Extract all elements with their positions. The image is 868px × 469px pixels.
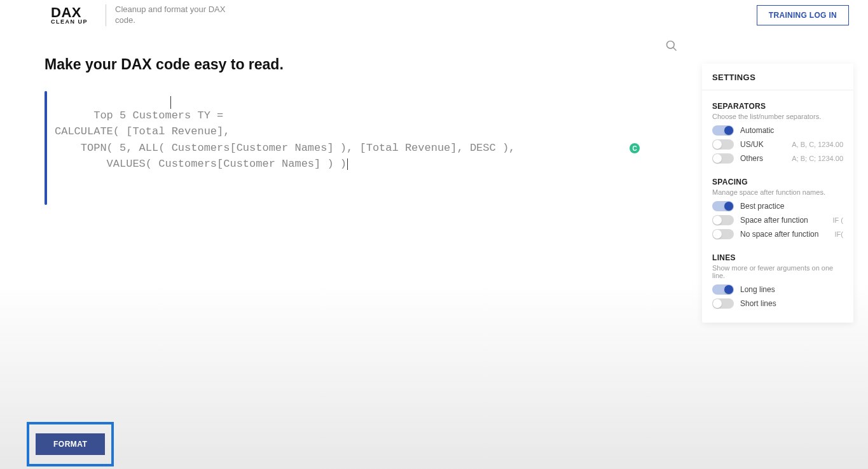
lines-title: LINES: [712, 253, 843, 262]
svg-line-1: [673, 48, 677, 51]
code-text: Top 5 Customers TY = CALCULATE( [Total R…: [55, 109, 515, 171]
toggle-hint: A; B; C; 1234.00: [792, 155, 843, 162]
toggle-long-lines[interactable]: [712, 284, 734, 295]
training-login-button[interactable]: TRAINING LOG IN: [757, 5, 849, 25]
spacing-subtitle: Manage space after function names.: [712, 188, 843, 196]
separator-option-usuk[interactable]: US/UK A, B, C, 1234.00: [712, 139, 843, 150]
toggle-hint: IF(: [835, 230, 843, 238]
spacing-option-no-space[interactable]: No space after function IF(: [712, 229, 843, 239]
toggle-automatic[interactable]: [712, 125, 734, 136]
lines-subtitle: Show more or fewer arguments on one line…: [712, 264, 843, 279]
separators-subtitle: Choose the list/number separators.: [712, 113, 843, 120]
toggle-space-after[interactable]: [712, 215, 734, 225]
text-caret-icon: [170, 96, 171, 109]
separators-title: SEPARATORS: [712, 102, 843, 111]
toggle-label: Space after function: [740, 216, 833, 225]
header: DAX CLEAN UP Cleanup and format your DAX…: [0, 0, 868, 31]
toggle-short-lines[interactable]: [712, 298, 734, 309]
toggle-hint: IF (: [833, 216, 844, 224]
settings-title: SETTINGS: [702, 64, 853, 90]
lines-option-long[interactable]: Long lines: [712, 284, 843, 295]
lines-option-short[interactable]: Short lines: [712, 298, 843, 309]
spacing-option-space-after[interactable]: Space after function IF (: [712, 215, 843, 225]
spacing-title: SPACING: [712, 178, 843, 186]
format-button-highlight: FORMAT: [27, 422, 114, 466]
code-editor[interactable]: Top 5 Customers TY = CALCULATE( [Total R…: [55, 91, 515, 205]
logo-text-sub: CLEAN UP: [51, 19, 88, 25]
toggle-label: Long lines: [740, 285, 843, 294]
settings-panel: SETTINGS SEPARATORS Choose the list/numb…: [702, 64, 853, 323]
toggle-usuk[interactable]: [712, 139, 734, 150]
toggle-label: Others: [740, 154, 792, 163]
separator-option-automatic[interactable]: Automatic: [712, 125, 843, 136]
logo[interactable]: DAX CLEAN UP: [51, 6, 88, 25]
tagline: Cleanup and format your DAX code.: [115, 4, 242, 26]
separator-option-others[interactable]: Others A; B; C; 1234.00: [712, 153, 843, 164]
status-ok-icon: C: [630, 143, 640, 153]
logo-text-main: DAX: [51, 6, 88, 20]
settings-body: SEPARATORS Choose the list/number separa…: [702, 90, 853, 323]
text-cursor-icon: [347, 158, 348, 170]
spacing-option-best[interactable]: Best practice: [712, 201, 843, 211]
toggle-others[interactable]: [712, 153, 734, 164]
format-button[interactable]: FORMAT: [36, 433, 105, 455]
search-icon[interactable]: [665, 39, 678, 52]
toggle-label: Automatic: [740, 126, 843, 135]
toggle-hint: A, B, C, 1234.00: [792, 141, 843, 148]
toggle-best-practice[interactable]: [712, 201, 734, 211]
main: Make your DAX code easy to read. Top 5 C…: [0, 31, 868, 205]
toggle-label: US/UK: [740, 140, 792, 149]
svg-point-0: [667, 41, 675, 49]
toggle-label: Short lines: [740, 299, 843, 308]
header-divider: [106, 4, 106, 26]
code-left-border: [45, 91, 47, 205]
toggle-label: No space after function: [740, 230, 835, 239]
toggle-label: Best practice: [740, 202, 843, 211]
toggle-no-space[interactable]: [712, 229, 734, 239]
